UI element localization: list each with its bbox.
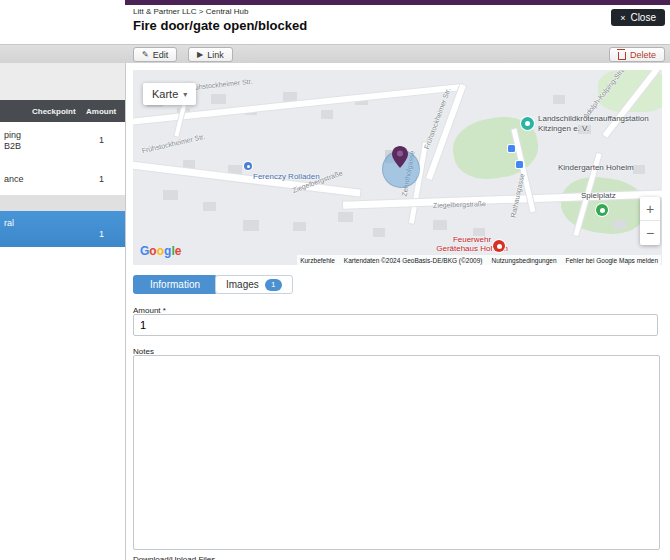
fire-station-icon[interactable] bbox=[493, 240, 505, 252]
row-amount: 1 bbox=[99, 135, 104, 145]
map-data-text: Kartendaten ©2024 GeoBasis-DE/BKG (©2009… bbox=[344, 257, 483, 264]
row-label: B2B bbox=[4, 141, 21, 151]
map-attribution: Kurzbefehle Kartendaten ©2024 GeoBasis-D… bbox=[297, 255, 661, 265]
poi-label-playground[interactable]: Spielplatz bbox=[581, 191, 616, 201]
sidebar-section-divider bbox=[0, 195, 125, 211]
transit-stop-icon[interactable] bbox=[508, 145, 515, 152]
turtle-sanctuary-icon[interactable] bbox=[521, 117, 534, 130]
link-arrow-icon: ▶ bbox=[197, 50, 203, 59]
zoom-control: + − bbox=[640, 197, 660, 245]
row-label: ral bbox=[4, 218, 14, 228]
delete-button[interactable]: Delete bbox=[609, 47, 665, 62]
column-amount: Amount bbox=[86, 107, 116, 116]
chevron-down-icon: ▾ bbox=[183, 90, 187, 99]
amount-input[interactable] bbox=[133, 314, 658, 336]
link-button[interactable]: ▶ Link bbox=[188, 47, 233, 62]
checkpoint-row[interactable]: ance 1 bbox=[0, 163, 125, 196]
checkpoint-table-header: Checkpoint Amount bbox=[0, 100, 125, 122]
google-letter: o bbox=[157, 244, 164, 258]
transit-stop-icon[interactable] bbox=[516, 161, 523, 168]
poi-label-turtle-sanctuary[interactable]: Landschildkrötenauffangstation Kitzingen… bbox=[538, 114, 662, 134]
close-button[interactable]: × Close bbox=[611, 9, 665, 26]
next-section-label-clipped: Download/Upload Files bbox=[133, 555, 215, 560]
zoom-out-button[interactable]: − bbox=[640, 220, 660, 244]
row-label: ping bbox=[4, 130, 21, 140]
page-title: Fire door/gate open/blocked bbox=[133, 18, 307, 33]
pencil-icon: ✎ bbox=[142, 50, 149, 59]
breadcrumb: Litt & Partner LLC > Central Hub bbox=[133, 7, 248, 16]
row-amount: 1 bbox=[99, 229, 104, 239]
keyboard-shortcuts-link[interactable]: Kurzbefehle bbox=[300, 257, 335, 264]
notes-textarea[interactable] bbox=[133, 355, 660, 550]
toolbar: ✎ Edit ▶ Link Delete bbox=[0, 44, 670, 65]
sidebar-empty-area bbox=[0, 247, 125, 560]
tab-images-label: Images bbox=[226, 279, 259, 290]
playground-icon[interactable] bbox=[596, 204, 608, 216]
google-letter: G bbox=[140, 244, 149, 258]
close-label: Close bbox=[630, 12, 656, 23]
app-accent-bar bbox=[125, 0, 670, 5]
row-amount: 1 bbox=[99, 174, 104, 184]
delete-label: Delete bbox=[630, 50, 656, 60]
link-label: Link bbox=[207, 50, 224, 60]
google-letter: e bbox=[175, 244, 182, 258]
checkpoint-sidebar: Checkpoint Amount ping B2B 1 ance 1 ral … bbox=[0, 63, 126, 560]
map-pin-icon[interactable] bbox=[392, 146, 408, 168]
detail-panel: Frühstockheimer Str. Frühstockheimer Str… bbox=[126, 63, 670, 560]
poi-label-kindergarten[interactable]: Kindergarten Hoheim bbox=[558, 163, 634, 173]
close-icon: × bbox=[620, 13, 625, 23]
trash-icon bbox=[618, 52, 626, 60]
edit-button[interactable]: ✎ Edit bbox=[133, 47, 177, 62]
checkpoint-row[interactable]: ping B2B 1 bbox=[0, 122, 125, 164]
edit-label: Edit bbox=[153, 50, 169, 60]
report-error-link[interactable]: Fehler bei Google Maps melden bbox=[566, 257, 659, 264]
checkpoint-row-selected[interactable]: ral 1 bbox=[0, 211, 125, 248]
google-logo[interactable]: Google bbox=[140, 244, 181, 258]
business-icon[interactable] bbox=[244, 162, 252, 170]
tab-images[interactable]: Images 1 bbox=[215, 275, 293, 294]
column-checkpoint: Checkpoint bbox=[32, 107, 76, 116]
row-label: ance bbox=[4, 174, 24, 184]
tab-information[interactable]: Information bbox=[133, 275, 217, 294]
images-count-badge: 1 bbox=[265, 279, 282, 291]
poi-label-business[interactable]: Ferenczy Rolladen bbox=[253, 172, 320, 182]
tab-information-label: Information bbox=[150, 279, 200, 290]
map-type-label: Karte bbox=[152, 88, 178, 100]
map-canvas[interactable]: Frühstockheimer Str. Frühstockheimer Str… bbox=[133, 70, 662, 265]
zoom-in-button[interactable]: + bbox=[640, 197, 660, 220]
google-letter: o bbox=[149, 244, 156, 258]
map-type-button[interactable]: Karte ▾ bbox=[143, 83, 196, 105]
terms-link[interactable]: Nutzungsbedingungen bbox=[491, 257, 556, 264]
